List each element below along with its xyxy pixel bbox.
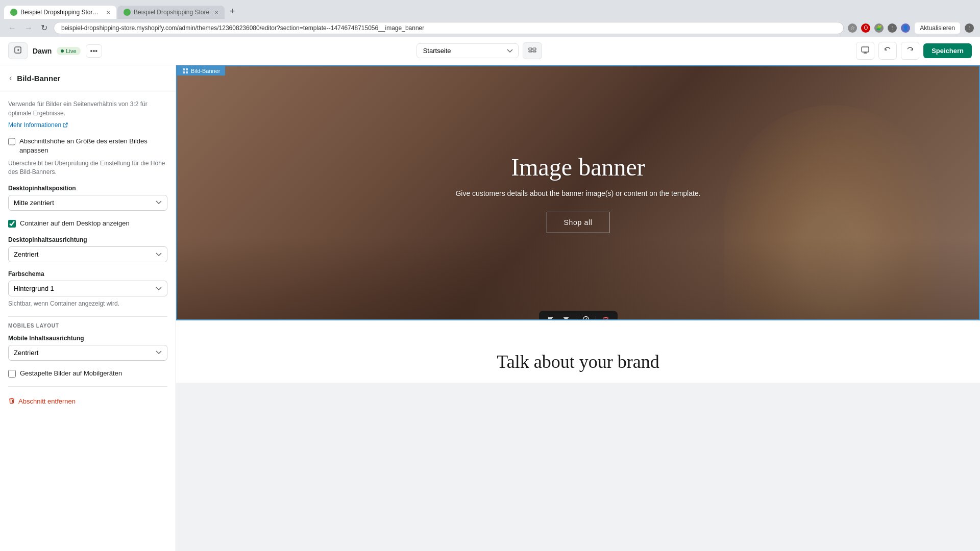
sidebar-header: ‹ Bild-Banner (0, 65, 176, 91)
save-button[interactable]: Speichern (923, 43, 972, 58)
desktop-align-section: Desktopinhaltsausrichtung Zentriert Link… (8, 236, 167, 262)
more-options-icon[interactable]: ⋮ (965, 23, 974, 33)
section-height-checkbox[interactable] (8, 138, 15, 145)
stacked-images-row: Gestapelte Bilder auf Mobilgeräten (8, 369, 167, 378)
external-link-icon (63, 122, 68, 128)
below-banner-section: Talk about your brand (176, 320, 980, 383)
sidebar-description: Verwende für Bilder ein Seitenverhältnis… (8, 99, 167, 118)
divider-2 (8, 386, 167, 387)
topbar-right: Speichern (856, 42, 972, 60)
color-scheme-section: Farbschema Hintergrund 1 Hintergrund 2 H… (8, 270, 167, 308)
new-tab-button[interactable]: + (226, 4, 239, 19)
banner-title: Image banner (455, 153, 700, 181)
toolbar-align-left-button[interactable] (544, 314, 557, 320)
toolbar-align-center-button[interactable] (559, 314, 573, 320)
desktop-position-section: Desktopinhaltsposition Mitte zentriert L… (8, 185, 167, 211)
extensions-icon[interactable]: 🧩 (874, 23, 884, 33)
below-brand-title: Talk about your brand (197, 351, 960, 372)
theme-more-button[interactable]: ••• (86, 44, 103, 58)
toolbar-divider-1 (576, 316, 576, 321)
trash-icon (8, 397, 15, 404)
desktop-position-select[interactable]: Mitte zentriert Links Rechts (8, 195, 167, 211)
sidebar-content: Verwende für Bilder ein Seitenverhältnis… (0, 91, 176, 418)
svg-rect-2 (533, 48, 536, 50)
browser-icons: ☆ O 🧩 ⋮ 👤 Aktualisieren ⋮ (848, 22, 974, 34)
tab-label-1: Beispiel Dropshipping Store - ... (20, 9, 101, 16)
svg-rect-7 (186, 68, 188, 70)
undo-icon (883, 45, 892, 55)
toolbar-delete-button[interactable] (599, 314, 612, 320)
main-layout: ‹ Bild-Banner Verwende für Bilder ein Se… (0, 65, 980, 551)
topbar-left: Dawn Live ••• (8, 42, 102, 59)
toolbar-edit-button[interactable] (579, 314, 593, 320)
tab-close-1[interactable]: ✕ (106, 10, 110, 15)
shop-all-button[interactable]: Shop all (547, 212, 609, 233)
svg-rect-6 (183, 68, 185, 70)
redo-button[interactable] (901, 42, 919, 60)
reload-button[interactable]: ↻ (39, 22, 50, 34)
floating-toolbar (539, 311, 618, 320)
color-scheme-label: Farbschema (8, 270, 167, 278)
url-bar[interactable]: beispiel-dropshipping-store.myshopify.co… (54, 22, 844, 34)
url-text: beispiel-dropshipping-store.myshopify.co… (61, 24, 424, 32)
svg-rect-9 (186, 71, 188, 73)
align-left-icon (547, 316, 554, 320)
tab-active[interactable]: Beispiel Dropshipping Store - ... ✕ (4, 6, 116, 19)
menu-icon[interactable]: ⋮ (888, 23, 897, 33)
sidebar-back-button[interactable]: ‹ (8, 72, 13, 84)
stacked-images-section: Gestapelte Bilder auf Mobilgeräten (8, 369, 167, 378)
delete-section-button[interactable]: Abschnitt entfernen (8, 393, 167, 410)
delete-label: Abschnitt entfernen (18, 397, 76, 405)
link-label: Mehr Informationen (8, 121, 61, 129)
profile-icon[interactable]: O (861, 23, 870, 33)
align-center-icon (562, 316, 570, 320)
toolbar-divider-2 (596, 316, 596, 321)
preview-frame: Bild-Banner Image banner Give customers … (176, 65, 980, 383)
banner-section-name: Bild-Banner (191, 68, 220, 74)
exit-editor-button[interactable] (8, 42, 28, 59)
live-badge: Live (57, 47, 80, 55)
mobile-align-label: Mobile Inhaltsausrichtung (8, 335, 167, 342)
show-container-section: Container auf dem Desktop anzeigen (8, 219, 167, 228)
user-avatar[interactable]: 👤 (901, 23, 910, 33)
canvas-area: Bild-Banner Image banner Give customers … (176, 65, 980, 551)
live-label: Live (66, 48, 76, 54)
desktop-view-button[interactable] (856, 42, 874, 60)
banner-gradient-overlay (177, 238, 979, 319)
desktop-align-select[interactable]: Zentriert Links Rechts (8, 246, 167, 262)
svg-rect-3 (529, 51, 532, 52)
show-container-row: Container auf dem Desktop anzeigen (8, 219, 167, 228)
banner-section-label: Bild-Banner (177, 66, 225, 76)
section-height-label[interactable]: Abschnittshöhe an Größe des ersten Bilde… (19, 137, 167, 155)
section-height-hint: Überschreibt bei Überprüfung die Einstel… (8, 159, 167, 177)
tab-close-2[interactable]: ✕ (214, 10, 218, 15)
stacked-images-label[interactable]: Gestapelte Bilder auf Mobilgeräten (20, 369, 122, 378)
customizer-grid-button[interactable] (523, 42, 542, 59)
sidebar-title: Bild-Banner (17, 74, 60, 83)
forward-button[interactable]: → (22, 22, 35, 34)
exit-icon (14, 46, 22, 54)
desktop-align-label: Desktopinhaltsausrichtung (8, 236, 167, 243)
image-banner[interactable]: Bild-Banner Image banner Give customers … (176, 65, 980, 320)
show-container-label[interactable]: Container auf dem Desktop anzeigen (20, 219, 130, 228)
mehr-informationen-link[interactable]: Mehr Informationen (8, 121, 68, 129)
back-button[interactable]: ← (6, 22, 18, 34)
mobile-layout-label: MOBILES LAYOUT (8, 323, 167, 329)
bookmark-icon[interactable]: ☆ (848, 23, 857, 33)
tab-favicon-1 (10, 9, 17, 16)
show-container-checkbox[interactable] (8, 220, 16, 228)
tab-inactive[interactable]: Beispiel Dropshipping Store ✕ (117, 6, 225, 19)
svg-point-10 (583, 317, 589, 321)
mobile-align-select[interactable]: Zentriert Links Rechts (8, 345, 167, 361)
stacked-images-checkbox[interactable] (8, 370, 16, 378)
section-height-section: Abschnittshöhe an Größe des ersten Bilde… (8, 137, 167, 177)
undo-button[interactable] (878, 42, 897, 60)
redo-icon (905, 45, 915, 55)
svg-rect-1 (529, 48, 532, 50)
page-select[interactable]: Startseite (416, 43, 519, 58)
update-button[interactable]: Aktualisieren (914, 22, 961, 34)
live-dot (61, 49, 64, 53)
color-scheme-select[interactable]: Hintergrund 1 Hintergrund 2 Hintergrund … (8, 281, 167, 296)
delete-icon (8, 397, 15, 406)
theme-name: Dawn (33, 47, 52, 55)
